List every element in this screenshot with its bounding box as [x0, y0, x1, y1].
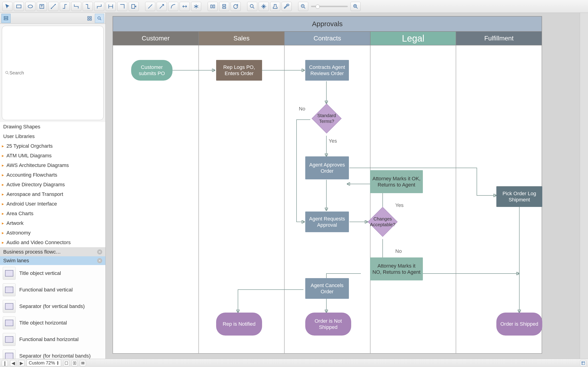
flip-v-tool[interactable] [219, 2, 229, 11]
connector-tool-2[interactable] [60, 2, 70, 11]
node-changes-acceptable[interactable]: Changes Acceptable? [368, 207, 398, 237]
tree-item[interactable]: Accounting Flowcharts [0, 170, 105, 180]
library-tabs: Business process flowc…✕ Swim lanes✕ [0, 248, 105, 265]
shape-item[interactable]: Functional band vertical [0, 282, 105, 298]
tree-item[interactable]: User Libraries [0, 132, 105, 141]
shape-item[interactable]: Title object vertical [0, 265, 105, 282]
node-customer-po[interactable]: Customer submits PO [131, 60, 173, 81]
tree-item[interactable]: Astronomy [0, 228, 105, 238]
flip-h-tool[interactable] [208, 2, 218, 11]
lane[interactable] [284, 45, 370, 353]
search-field-wrap[interactable] [2, 26, 104, 120]
close-icon[interactable]: ✕ [97, 250, 102, 254]
close-icon[interactable]: ✕ [97, 258, 102, 263]
node-agent-requests[interactable]: Agent Requests Approval [305, 211, 349, 232]
node-contracts-review[interactable]: Contracts Agent Reviews Order [305, 60, 349, 81]
svg-rect-19 [75, 362, 76, 365]
lane-header[interactable]: Legal [370, 32, 456, 45]
arrow-tool[interactable] [157, 2, 167, 11]
lane-header[interactable]: Customer [113, 32, 199, 45]
pause-icon[interactable]: ‖ [2, 360, 8, 366]
ellipse-tool[interactable] [25, 2, 35, 11]
node-attorney-no[interactable]: Attorney Marks it NO, Returns to Agent [370, 258, 423, 280]
search-view-icon[interactable] [95, 14, 104, 23]
drawing-page[interactable]: Approvals Customer Sales Contracts Legal… [113, 16, 542, 354]
fit-view-button[interactable] [580, 360, 586, 366]
lane[interactable] [370, 45, 456, 353]
zoom-field[interactable]: Custom 72% ▲▼ [27, 360, 61, 366]
connector-tool-5[interactable] [94, 2, 104, 11]
zoom-slider[interactable] [311, 6, 348, 7]
svg-rect-14 [90, 19, 91, 20]
connector-tool-4[interactable] [83, 2, 93, 11]
search-input[interactable] [9, 70, 101, 75]
lane-header[interactable]: Contracts [284, 32, 370, 45]
node-attorney-ok[interactable]: Attorney Marks it OK, Returns to Agent [370, 170, 423, 193]
multi-connect-tool[interactable] [191, 2, 201, 11]
shape-item[interactable]: Separator (for horizontal bands) [0, 348, 105, 359]
zoom-in-button[interactable] [350, 2, 361, 11]
grid-view-icon[interactable] [86, 15, 93, 22]
tree-item[interactable]: AWS Architecture Diagrams [0, 160, 105, 170]
zoom-out-button[interactable] [298, 2, 308, 11]
sidebar-header [0, 13, 105, 24]
node-standard-terms[interactable]: Standard Terms? [312, 104, 341, 133]
node-not-shipped[interactable]: Order is Not Shipped [305, 313, 351, 335]
stepper-icon[interactable]: ▲▼ [57, 361, 59, 365]
node-rep-notified[interactable]: Rep is Notified [216, 313, 262, 335]
shape-thumb-icon [3, 350, 16, 359]
prev-page-button[interactable]: ◀ [10, 360, 16, 366]
tree-item[interactable]: ATM UML Diagrams [0, 151, 105, 160]
node-shipped[interactable]: Order is Shipped [496, 313, 542, 335]
library-view-icon[interactable] [1, 14, 11, 23]
stamp-tool[interactable] [270, 2, 280, 11]
line-tool[interactable] [145, 2, 155, 11]
tree-item[interactable]: Android User Interface [0, 199, 105, 209]
eyedropper-tool[interactable] [282, 2, 292, 11]
lane[interactable] [199, 45, 285, 353]
connector-tool-7[interactable] [117, 2, 127, 11]
pointer-tool[interactable] [2, 2, 12, 11]
node-agent-approves[interactable]: Agent Approves Order [305, 156, 349, 179]
lane-header[interactable]: Fulfillment [456, 32, 542, 45]
connector-tool-1[interactable] [48, 2, 58, 11]
tree-item[interactable]: Audio and Video Connectors [0, 238, 105, 247]
zoom-tool[interactable] [247, 2, 257, 11]
tree-item[interactable]: Drawing Shapes [0, 122, 105, 132]
tree-item[interactable]: 25 Typical Orgcharts [0, 141, 105, 151]
swimlane-title[interactable]: Approvals [113, 16, 542, 32]
tree-item[interactable]: Artwork [0, 218, 105, 228]
rotate-tool[interactable] [231, 2, 241, 11]
lane-header[interactable]: Sales [199, 32, 285, 45]
node-rep-logs[interactable]: Rep Logs PO, Enters Order [216, 60, 262, 81]
shape-item[interactable]: Functional band horizontal [0, 331, 105, 348]
library-tab[interactable]: Business process flowc…✕ [0, 248, 105, 256]
pan-tool[interactable] [259, 2, 269, 11]
shape-item[interactable]: Title object horizontal [0, 315, 105, 331]
tree-item[interactable]: Aerospace and Transport [0, 190, 105, 199]
shape-item[interactable]: Separator (for vertical bands) [0, 298, 105, 315]
lane[interactable] [113, 45, 199, 353]
text-tool[interactable] [37, 2, 47, 11]
connector-tool-6[interactable] [106, 2, 116, 11]
view-mode-1[interactable] [63, 360, 69, 366]
library-tab[interactable]: Swim lanes✕ [0, 256, 105, 265]
rectangle-tool[interactable] [14, 2, 24, 11]
view-mode-3[interactable] [80, 360, 86, 366]
lanes-body [113, 45, 542, 353]
canvas-viewport[interactable]: Approvals Customer Sales Contracts Legal… [106, 13, 580, 359]
svg-point-3 [51, 8, 52, 9]
node-pick-order[interactable]: Pick Order Log Shipment [496, 186, 542, 207]
label-no: No [395, 248, 402, 254]
next-page-button[interactable]: ▶ [18, 360, 24, 366]
tree-item[interactable]: Active Directory Diagrams [0, 180, 105, 190]
view-mode-2[interactable] [72, 360, 78, 366]
node-agent-cancels[interactable]: Agent Cancels Order [305, 278, 349, 299]
curve-tool[interactable] [168, 2, 178, 11]
connector-tool-3[interactable] [71, 2, 81, 11]
svg-rect-0 [17, 5, 21, 8]
export-tool[interactable] [129, 2, 139, 11]
vertical-scrollbar[interactable] [580, 13, 588, 359]
double-arrow-tool[interactable] [180, 2, 190, 11]
tree-item[interactable]: Area Charts [0, 209, 105, 218]
